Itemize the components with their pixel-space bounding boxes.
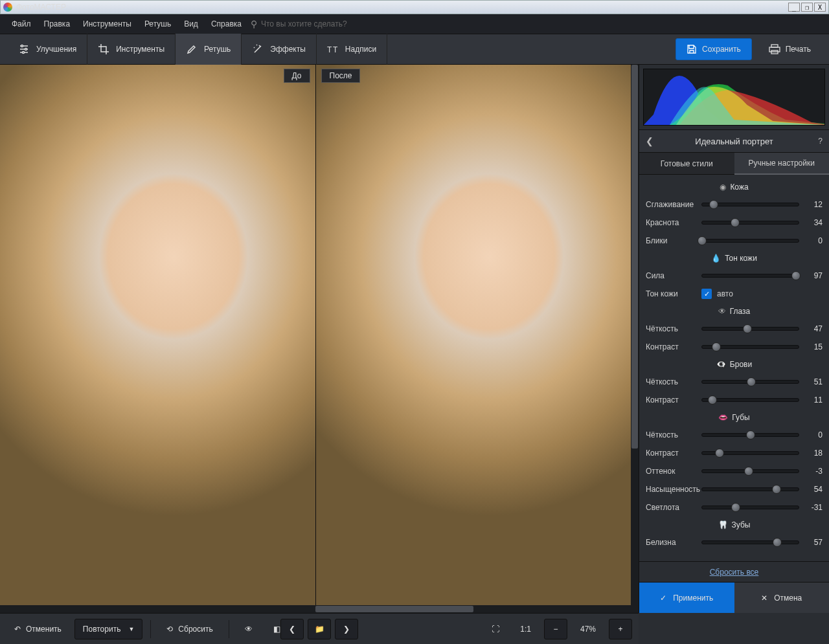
save-button[interactable]: Сохранить [676, 38, 752, 60]
slider-lip-sat[interactable]: Насыщенность54 [646, 480, 823, 498]
section-teeth: 🦷Зубы [646, 516, 823, 533]
slider-lip-hue[interactable]: Оттенок-3 [646, 462, 823, 480]
tab-effects[interactable]: Эффекты [242, 34, 317, 65]
section-skintone: 💧Тон кожи [646, 250, 823, 267]
slider-eye-contrast[interactable]: Контраст15 [646, 338, 823, 356]
tab-tools-label: Инструменты [116, 45, 165, 54]
svg-text:T: T [333, 45, 338, 54]
folder-icon: 📁 [315, 625, 324, 634]
vertical-scrollbar[interactable] [631, 65, 639, 613]
app-logo-icon [3, 3, 12, 12]
slider-redness[interactable]: Краснота34 [646, 214, 823, 232]
text-icon: TT [327, 43, 339, 55]
panel-header: ❮ Идеальный портрет ? [639, 129, 829, 153]
window-titlebar: ФотоМАСТЕР _ ❐ X [0, 0, 829, 14]
slider-lip-sharp[interactable]: Чёткость0 [646, 426, 823, 444]
check-icon: ✓ [660, 594, 666, 603]
zoom-out-button[interactable]: − [544, 619, 567, 639]
svg-point-3 [21, 45, 23, 47]
canvas-after[interactable]: После [316, 65, 631, 613]
tab-retouch-label: Ретушь [204, 45, 231, 54]
image-before [0, 65, 315, 613]
redo-button[interactable]: Повторить▼ [74, 619, 143, 639]
save-label: Сохранить [702, 45, 741, 54]
slider-eye-sharp[interactable]: Чёткость47 [646, 320, 823, 338]
slider-shine[interactable]: Блики0 [646, 232, 823, 250]
panel-title: Идеальный портрет [659, 137, 810, 146]
search-input[interactable]: Что вы хотите сделать? [261, 19, 347, 28]
prev-image-button[interactable]: ❮ [280, 619, 304, 639]
footer-bar: ↶Отменить Повторить▼ ⟲Сбросить 👁 ◧ ❮ 📁 ❯… [0, 613, 639, 644]
section-brows: 👁‍🗨Брови [646, 356, 823, 373]
fit-button[interactable]: ⛶ [484, 619, 507, 639]
compare-icon: ◧ [273, 625, 280, 634]
crop-icon [98, 43, 109, 55]
drop-icon: 💧 [711, 254, 721, 263]
preview-button[interactable]: 👁 [237, 619, 260, 639]
menu-help[interactable]: Справка [205, 14, 248, 34]
sliders-container: ◉Кожа Сглаживание12 Краснота34 Блики0 💧Т… [639, 175, 829, 561]
teeth-icon: 🦷 [718, 520, 728, 529]
side-panel: ❮ Идеальный портрет ? Готовые стили Ручн… [639, 65, 829, 613]
checkbox-icon[interactable]: ✓ [701, 289, 712, 299]
slider-lip-contrast[interactable]: Контраст18 [646, 444, 823, 462]
face-icon: ◉ [720, 183, 726, 192]
save-icon [687, 44, 697, 54]
sliders-icon [18, 43, 30, 55]
menu-edit[interactable]: Правка [38, 14, 77, 34]
apply-button[interactable]: ✓Применить [639, 583, 734, 613]
scrollbar-thumb[interactable] [631, 65, 638, 449]
undo-button[interactable]: ↶Отменить [6, 619, 69, 639]
brow-icon: 👁‍🗨 [716, 360, 726, 369]
chevron-left-icon: ❮ [289, 625, 295, 634]
menu-tools[interactable]: Инструменты [76, 14, 138, 34]
skintone-auto[interactable]: Тон кожи✓авто [646, 285, 823, 303]
histogram[interactable] [643, 69, 825, 126]
cancel-button[interactable]: ✕Отмена [734, 583, 830, 613]
reset-button[interactable]: ⟲Сбросить [159, 619, 220, 639]
slider-strength[interactable]: Сила97 [646, 267, 823, 285]
tab-tools[interactable]: Инструменты [87, 34, 176, 65]
after-badge: После [321, 69, 361, 83]
subtab-presets[interactable]: Готовые стили [639, 153, 734, 175]
main-toolbar: Улучшения Инструменты Ретушь Эффекты TT … [0, 34, 829, 65]
tab-text[interactable]: TT Надписи [317, 34, 387, 65]
canvas-area: До После [0, 65, 631, 613]
minimize-button[interactable]: _ [788, 3, 800, 12]
actual-size-button[interactable]: 1:1 [512, 619, 539, 639]
horizontal-scrollbar[interactable] [0, 605, 631, 613]
close-button[interactable]: X [814, 3, 826, 12]
slider-brow-contrast[interactable]: Контраст11 [646, 391, 823, 409]
hscroll-thumb[interactable] [315, 606, 473, 612]
slider-lip-light[interactable]: Светлота-31 [646, 498, 823, 516]
slider-brow-sharp[interactable]: Чёткость51 [646, 373, 823, 391]
subtab-manual[interactable]: Ручные настройки [734, 153, 830, 175]
back-button[interactable]: ❮ [646, 136, 659, 146]
canvas-before[interactable]: До [0, 65, 316, 613]
plus-icon: + [618, 625, 622, 634]
svg-point-4 [25, 49, 27, 50]
maximize-button[interactable]: ❐ [801, 3, 813, 12]
slider-smoothing[interactable]: Сглаживание12 [646, 195, 823, 214]
fit-icon: ⛶ [492, 625, 499, 634]
tab-retouch[interactable]: Ретушь [176, 34, 242, 65]
eye-icon: 👁 [718, 307, 726, 316]
print-button[interactable]: Печать [758, 38, 821, 60]
zoom-value[interactable]: 47% [573, 619, 604, 639]
section-lips: 👄Губы [646, 409, 823, 426]
help-button[interactable]: ? [810, 137, 823, 146]
menu-bar: Файл Правка Инструменты Ретушь Вид Справ… [0, 14, 829, 34]
menu-view[interactable]: Вид [177, 14, 205, 34]
next-image-button[interactable]: ❯ [335, 619, 358, 639]
tab-effects-label: Эффекты [270, 45, 306, 54]
slider-teeth-white[interactable]: Белизна57 [646, 533, 823, 551]
zoom-in-button[interactable]: + [609, 619, 632, 639]
tab-text-label: Надписи [345, 45, 376, 54]
menu-retouch[interactable]: Ретушь [138, 14, 177, 34]
tab-enhance[interactable]: Улучшения [8, 34, 87, 65]
before-badge: До [284, 69, 310, 83]
browse-button[interactable]: 📁 [308, 619, 331, 639]
reset-all-link[interactable]: Сбросить все [639, 561, 829, 582]
menu-file[interactable]: Файл [5, 14, 38, 34]
chevron-down-icon: ▼ [128, 626, 134, 632]
